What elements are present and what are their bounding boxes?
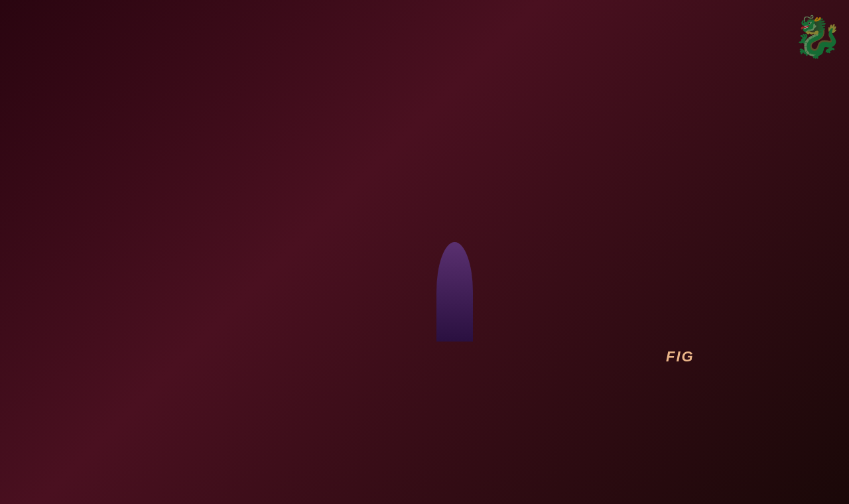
screenshots-section: Google Play Game BETA Mainkan juga game …: [0, 206, 849, 386]
screenshot-fig: 🐉 FIG: [659, 220, 746, 372]
char-center: [436, 242, 473, 342]
content-area: Nations of Darkness StarFortune Pembelia…: [0, 63, 849, 504]
fig-text: FIG: [666, 348, 694, 365]
screenshots-row: Google Play Game BETA Mainkan juga game …: [0, 213, 849, 379]
